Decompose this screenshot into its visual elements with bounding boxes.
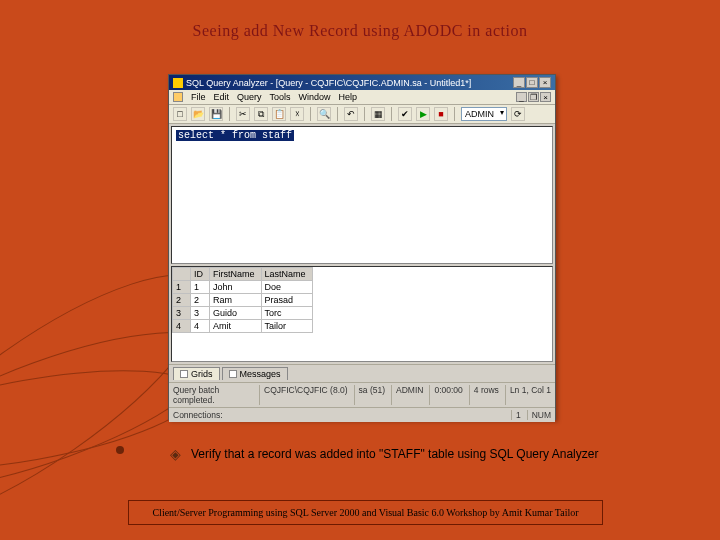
row-num: 4 — [173, 320, 191, 333]
status-db: ADMIN — [391, 385, 423, 405]
app-icon — [173, 78, 183, 88]
cell: Guido — [210, 307, 262, 320]
result-tabs: Grids Messages — [169, 364, 555, 382]
cell: 1 — [191, 281, 210, 294]
cancel-button[interactable]: ■ — [434, 107, 448, 121]
tab-grids[interactable]: Grids — [173, 367, 220, 380]
status-cursor: Ln 1, Col 1 — [505, 385, 551, 405]
cell: 3 — [191, 307, 210, 320]
execute-button[interactable]: ▶ — [416, 107, 430, 121]
open-button[interactable]: 📂 — [191, 107, 205, 121]
cell: Ram — [210, 294, 262, 307]
toolbar: □ 📂 💾 ✂ ⧉ 📋 ☓ 🔍 ↶ ▦ ✔ ▶ ■ ADMIN ⟳ — [169, 105, 555, 124]
titlebar: SQL Query Analyzer - [Query - CQJFIC\CQJ… — [169, 75, 555, 90]
separator — [229, 107, 230, 121]
menu-help[interactable]: Help — [339, 92, 358, 102]
query-text: select * from staff — [176, 130, 294, 141]
copy-button[interactable]: ⧉ — [254, 107, 268, 121]
cell: John — [210, 281, 262, 294]
table-row[interactable]: 3 3 Guido Torc — [173, 307, 313, 320]
bullet-text: Verify that a record was added into "STA… — [191, 447, 598, 461]
results-mode-button[interactable]: ▦ — [371, 107, 385, 121]
clear-button[interactable]: ☓ — [290, 107, 304, 121]
mdi-minimize-button[interactable]: _ — [516, 92, 527, 102]
status-rows: 4 rows — [469, 385, 499, 405]
messages-icon — [229, 370, 237, 378]
window-controls: _ □ × — [513, 77, 551, 88]
object-browser-button[interactable]: ⟳ — [511, 107, 525, 121]
menu-edit[interactable]: Edit — [214, 92, 230, 102]
new-query-button[interactable]: □ — [173, 107, 187, 121]
status-numlock: NUM — [527, 410, 551, 420]
minimize-button[interactable]: _ — [513, 77, 525, 88]
tab-messages[interactable]: Messages — [222, 367, 288, 380]
menu-window[interactable]: Window — [299, 92, 331, 102]
tab-label: Grids — [191, 369, 213, 379]
mdi-close-button[interactable]: × — [540, 92, 551, 102]
maximize-button[interactable]: □ — [526, 77, 538, 88]
col-id[interactable]: ID — [191, 268, 210, 281]
cell: 4 — [191, 320, 210, 333]
col-lastname[interactable]: LastName — [261, 268, 312, 281]
svg-point-5 — [116, 446, 124, 454]
corner-cell — [173, 268, 191, 281]
row-num: 3 — [173, 307, 191, 320]
doc-icon — [173, 92, 183, 102]
cut-button[interactable]: ✂ — [236, 107, 250, 121]
slide-footer: Client/Server Programming using SQL Serv… — [128, 500, 603, 525]
separator — [364, 107, 365, 121]
status-server: CQJFIC\CQJFIC (8.0) — [259, 385, 348, 405]
query-editor[interactable]: select * from staff — [171, 126, 553, 264]
database-selected: ADMIN — [465, 109, 494, 119]
results-grid-pane[interactable]: ID FirstName LastName 1 1 John Doe 2 2 R… — [171, 266, 553, 362]
undo-button[interactable]: ↶ — [344, 107, 358, 121]
status-bar-1: Query batch completed. CQJFIC\CQJFIC (8.… — [169, 382, 555, 407]
sql-query-analyzer-window: SQL Query Analyzer - [Query - CQJFIC\CQJ… — [168, 74, 556, 420]
table-row[interactable]: 4 4 Amit Tailor — [173, 320, 313, 333]
separator — [391, 107, 392, 121]
cell: Prasad — [261, 294, 312, 307]
cell: Tailor — [261, 320, 312, 333]
status-bar-2: Connections: 1 NUM — [169, 407, 555, 422]
row-num: 2 — [173, 294, 191, 307]
save-button[interactable]: 💾 — [209, 107, 223, 121]
row-num: 1 — [173, 281, 191, 294]
menu-query[interactable]: Query — [237, 92, 262, 102]
status-user: sa (51) — [354, 385, 385, 405]
status-conn-count: 1 — [511, 410, 521, 420]
grids-icon — [180, 370, 188, 378]
database-dropdown[interactable]: ADMIN — [461, 107, 507, 121]
cell: 2 — [191, 294, 210, 307]
paste-button[interactable]: 📋 — [272, 107, 286, 121]
status-time: 0:00:00 — [429, 385, 462, 405]
slide-title: Seeing add New Record using ADODC in act… — [0, 0, 720, 40]
cell: Amit — [210, 320, 262, 333]
status-conn-label: Connections: — [173, 410, 505, 420]
separator — [337, 107, 338, 121]
table-row[interactable]: 1 1 John Doe — [173, 281, 313, 294]
parse-button[interactable]: ✔ — [398, 107, 412, 121]
separator — [310, 107, 311, 121]
bullet-icon: ◈ — [170, 446, 181, 462]
tab-label: Messages — [240, 369, 281, 379]
cell: Torc — [261, 307, 312, 320]
menu-file[interactable]: File — [191, 92, 206, 102]
cell: Doe — [261, 281, 312, 294]
slide-bullet: ◈ Verify that a record was added into "S… — [170, 446, 598, 462]
close-button[interactable]: × — [539, 77, 551, 88]
window-title: SQL Query Analyzer - [Query - CQJFIC\CQJ… — [186, 78, 471, 88]
table-row[interactable]: 2 2 Ram Prasad — [173, 294, 313, 307]
menu-tools[interactable]: Tools — [270, 92, 291, 102]
status-message: Query batch completed. — [173, 385, 253, 405]
find-button[interactable]: 🔍 — [317, 107, 331, 121]
col-firstname[interactable]: FirstName — [210, 268, 262, 281]
results-table: ID FirstName LastName 1 1 John Doe 2 2 R… — [172, 267, 313, 333]
menubar: File Edit Query Tools Window Help _ ❐ × — [169, 90, 555, 105]
separator — [454, 107, 455, 121]
mdi-restore-button[interactable]: ❐ — [528, 92, 539, 102]
header-row: ID FirstName LastName — [173, 268, 313, 281]
